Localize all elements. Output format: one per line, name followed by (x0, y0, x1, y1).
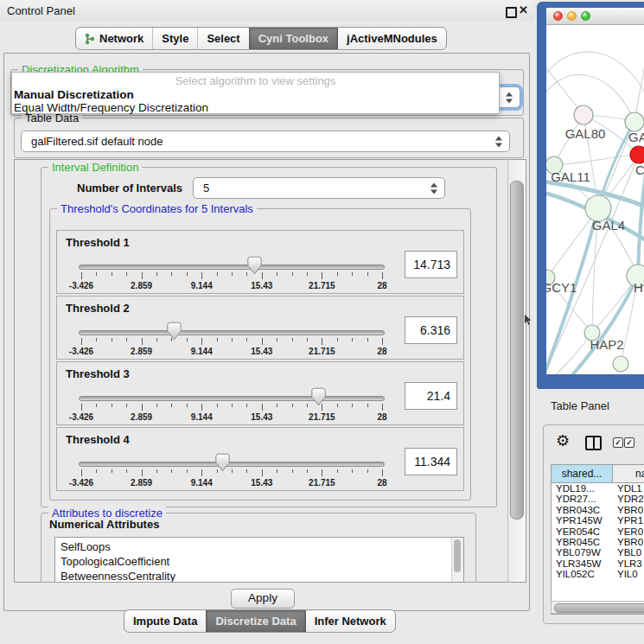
gear-icon[interactable]: ⚙ (556, 432, 570, 450)
tick-mark (246, 404, 247, 407)
tick-mark (156, 404, 157, 407)
combo-stepper-icon (495, 136, 502, 147)
combo-stepper-icon (430, 182, 437, 194)
float-window-icon[interactable] (506, 7, 517, 18)
attribute-item-selfloops[interactable]: SelfLoops (55, 539, 463, 554)
threshold-1-value-field[interactable]: 14.713 (405, 251, 457, 278)
network-node[interactable] (613, 356, 628, 372)
tab-style[interactable]: Style (152, 28, 197, 49)
number-of-intervals-combobox[interactable]: 5 (193, 177, 445, 199)
tab-select[interactable]: Select (197, 28, 248, 49)
threshold-4-slider: -3.4262.8599.14415.4321.71528 (79, 452, 385, 490)
table-row[interactable]: YBR045CYBR0 (552, 537, 644, 547)
table-data-combobox[interactable]: galFiltered.sif default node (21, 131, 510, 152)
tab-label: Discretize Data (215, 610, 296, 632)
tick-mark (156, 272, 157, 276)
attribute-item-betweennesscentrality[interactable]: BetweennessCentrality (55, 569, 463, 583)
tab-infer-network[interactable]: Infer Network (305, 610, 395, 632)
close-traffic-light-icon[interactable] (553, 11, 563, 21)
tick-mark (352, 338, 353, 341)
tick-mark (352, 404, 353, 407)
close-icon[interactable]: ✕ (519, 3, 528, 16)
tick-mark (156, 338, 157, 341)
tick-mark (112, 404, 112, 407)
table-row[interactable]: YBL079WYBL0 (552, 547, 644, 558)
tick-mark (112, 338, 112, 341)
column-header-shared-[interactable]: shared... (552, 465, 613, 483)
tick-mark (171, 469, 172, 473)
cell-shared-name: YIL052C (552, 569, 613, 578)
network-edge[interactable] (554, 155, 639, 165)
tick-mark (382, 404, 383, 411)
tick-mark (187, 469, 188, 473)
cell-name: YBR0 (613, 505, 644, 515)
network-icon (85, 33, 95, 45)
network-node[interactable] (630, 146, 644, 163)
attribute-item-topologicalcoefficient[interactable]: TopologicalCoefficient (55, 554, 463, 569)
minimize-traffic-light-icon[interactable] (567, 11, 577, 21)
column-header-na[interactable]: na (613, 465, 644, 483)
tick-mark (367, 338, 368, 341)
checkbox-icon[interactable]: ✓ (624, 437, 634, 448)
zoom-traffic-light-icon[interactable] (581, 11, 590, 21)
network-node[interactable] (625, 112, 644, 131)
algorithm-option-equal-width-frequency-discretization[interactable]: Equal Width/Frequency Discretization (12, 101, 499, 114)
tick-mark (292, 469, 293, 473)
slider-track[interactable] (79, 396, 385, 401)
network-canvas[interactable]: GAL80GACGAL11GAL4GCY1HHAP2 (546, 25, 644, 374)
tick-mark (352, 469, 353, 473)
tab-impute-data[interactable]: Impute Data (124, 610, 206, 632)
tick-mark (126, 469, 127, 473)
threshold-3-value-field[interactable]: 21.4 (405, 382, 457, 410)
tick-mark (96, 272, 97, 276)
tab-discretize-data[interactable]: Discretize Data (206, 610, 304, 632)
algorithm-option-manual-discretization[interactable]: Manual Discretization (12, 88, 499, 101)
tab-network[interactable]: Network (76, 28, 152, 49)
tick-mark (322, 469, 322, 476)
table-row[interactable]: YER054CYER0 (552, 526, 644, 537)
tick-mark (277, 404, 277, 407)
tab-jactivemnodules[interactable]: jActiveMNodules (337, 28, 446, 49)
algorithm-dropdown-popup: Select algorithm to view settings Manual… (11, 72, 500, 114)
table-row[interactable]: YLR345WYLR3 (552, 558, 644, 569)
tick-mark (96, 469, 97, 473)
tick-label: 21.715 (309, 347, 335, 356)
tick-label: 28 (377, 281, 386, 290)
list-scrollbar-thumb[interactable] (454, 539, 461, 572)
slider-thumb[interactable] (167, 322, 182, 344)
checkbox-icon[interactable]: ✓ (613, 437, 623, 448)
tick-mark (232, 338, 233, 341)
slider-thumb[interactable] (215, 453, 230, 475)
split-columns-icon[interactable] (585, 436, 602, 450)
tick-mark (337, 469, 338, 473)
slider-thumb[interactable] (311, 387, 326, 410)
threshold-4-value-field[interactable]: 11.344 (405, 448, 457, 475)
mouse-cursor-icon (524, 315, 532, 326)
node-label-h: H (634, 280, 643, 295)
network-node[interactable] (574, 105, 593, 124)
network-window-titlebar[interactable] (546, 8, 644, 25)
table-row[interactable]: YDR27...YDR2 (552, 494, 644, 504)
slider-track[interactable] (79, 330, 385, 335)
slider-thumb[interactable] (247, 256, 262, 278)
numerical-attributes-list: SelfLoopsTopologicalCoefficientBetweenne… (54, 537, 464, 583)
table-row[interactable]: YIL052CYIL0 (552, 569, 644, 578)
table-hscrollbar-thumb[interactable] (554, 603, 644, 613)
thresholds-group-title: Threshold's Coordinates for 5 Intervals (57, 202, 257, 215)
table-row[interactable]: YDL19...YDL1 (552, 483, 644, 494)
tick-mark (246, 338, 247, 341)
tick-mark (126, 272, 127, 276)
cell-shared-name: YDR27... (552, 494, 613, 504)
table-row[interactable]: YBR043CYBR0 (552, 505, 644, 515)
tick-label: 9.144 (191, 347, 213, 356)
tab-cyni-toolbox[interactable]: Cyni Toolbox (249, 28, 337, 49)
threshold-2-value-field[interactable]: 6.316 (405, 316, 457, 344)
apply-button[interactable]: Apply (231, 589, 295, 609)
slider-track[interactable] (79, 462, 385, 467)
node-label-c: C (635, 163, 644, 177)
tick-mark (307, 272, 308, 276)
table-row[interactable]: YPR145WYPR1 (552, 515, 644, 526)
slider-track[interactable] (79, 265, 385, 270)
table-data-value: galFiltered.sif default node (31, 131, 163, 151)
settings-scrollbar-thumb[interactable] (510, 181, 524, 520)
